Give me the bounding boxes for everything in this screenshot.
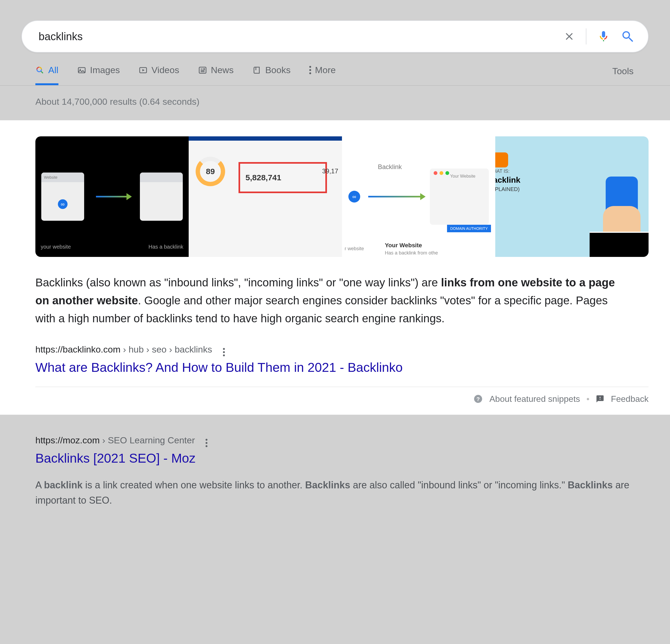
desc-part: A xyxy=(35,480,44,491)
separator xyxy=(586,28,586,44)
about-snippets-link[interactable]: About featured snippets xyxy=(490,394,580,404)
tab-books[interactable]: Books xyxy=(253,65,291,85)
search-icon[interactable] xyxy=(621,29,635,43)
search-input[interactable] xyxy=(38,30,563,43)
desc-bold: backlink xyxy=(44,480,82,491)
desc-bold: Backlinks xyxy=(305,480,350,491)
tab-label: More xyxy=(315,65,336,75)
news-icon xyxy=(198,66,207,75)
breadcrumb-domain: https://backlinko.com xyxy=(35,344,120,354)
thumb-badge: DOMAIN AUTHORITY xyxy=(447,225,491,232)
results-content: About 14,700,000 results (0.64 seconds) … xyxy=(0,96,638,508)
tab-label: Videos xyxy=(151,65,179,75)
featured-snippet: ∞ Website your website Has a backlink 89… xyxy=(0,120,670,415)
thumb-caption: Your Website xyxy=(385,242,422,249)
search-bar-container xyxy=(0,20,670,53)
featured-image-2[interactable]: 89 5,828,741 39,17 xyxy=(189,136,342,257)
organic-result-title[interactable]: Backlinks [2021 SEO] - Moz xyxy=(35,451,630,466)
tab-images[interactable]: Images xyxy=(77,65,120,85)
breadcrumb-domain: https://moz.com xyxy=(35,435,100,445)
featured-image-3[interactable]: ∞ Backlink Your Website DOMAIN AUTHORITY… xyxy=(342,136,495,257)
result-stats: About 14,700,000 results (0.64 seconds) xyxy=(35,96,638,107)
search-tabs: All Images Videos News Books xyxy=(0,53,670,86)
result-breadcrumb[interactable]: https://backlinko.com › hub › seo › back… xyxy=(35,344,212,355)
gauge-value: 89 xyxy=(196,157,225,186)
thumb-caption: Has a backlink xyxy=(148,244,183,250)
breadcrumb-path: › hub › seo › backlinks xyxy=(120,344,212,354)
thumb-label: Your Website xyxy=(450,174,475,179)
tab-videos[interactable]: Videos xyxy=(138,65,179,85)
thumb-label: Backlink xyxy=(378,163,402,170)
thumb-title: acklink xyxy=(495,176,521,184)
svg-rect-9 xyxy=(203,68,205,70)
books-icon xyxy=(253,66,262,75)
tab-all[interactable]: All xyxy=(35,65,58,85)
organic-result-description: A backlink is a link created when one we… xyxy=(35,477,630,508)
tab-label: All xyxy=(48,65,58,75)
search-bar-icons xyxy=(563,28,635,44)
featured-images: ∞ Website your website Has a backlink 89… xyxy=(35,136,648,257)
tab-more[interactable]: More xyxy=(309,65,336,85)
more-icon xyxy=(309,66,311,74)
thumb-label: r website xyxy=(345,246,364,251)
thumb-caption: Has a backlink from othe xyxy=(385,250,438,256)
help-icon[interactable]: ? xyxy=(473,394,483,404)
google-serp: All Images Videos News Books xyxy=(0,0,670,508)
desc-bold: Backlinks xyxy=(568,480,613,491)
desc-part: are also called "inbound links" or "inco… xyxy=(350,480,568,491)
tab-label: Images xyxy=(90,65,120,75)
metric-value: 5,828,741 xyxy=(245,173,325,182)
svg-text:?: ? xyxy=(477,396,480,402)
feedback-link[interactable]: Feedback xyxy=(611,394,648,404)
result-breadcrumb-row: https://backlinko.com › hub › seo › back… xyxy=(35,343,648,356)
organic-result: https://moz.com › SEO Learning Center Ba… xyxy=(35,415,630,508)
result-breadcrumb-row: https://moz.com › SEO Learning Center xyxy=(35,434,630,447)
separator: • xyxy=(586,394,589,404)
tab-label: Books xyxy=(265,65,291,75)
breadcrumb-path: › SEO Learning Center xyxy=(100,435,195,445)
tools-button[interactable]: Tools xyxy=(612,66,633,84)
featured-footer: ? About featured snippets • Feedback xyxy=(35,386,648,404)
tab-label: News xyxy=(211,65,234,75)
featured-result-title[interactable]: What are Backlinks? And How to Build The… xyxy=(35,360,648,375)
desc-part: is a link created when one website links… xyxy=(82,480,305,491)
thumb-label: (PLAINED) xyxy=(495,186,520,192)
images-icon xyxy=(77,66,86,75)
thumb-label: HAT IS: xyxy=(495,168,509,174)
featured-snippet-text: Backlinks (also known as "inbound links"… xyxy=(35,274,630,328)
search-bar xyxy=(22,20,648,53)
tab-news[interactable]: News xyxy=(198,65,234,85)
mic-icon[interactable] xyxy=(597,30,610,43)
svg-line-1 xyxy=(41,71,43,73)
result-breadcrumb[interactable]: https://moz.com › SEO Learning Center xyxy=(35,435,195,446)
videos-icon xyxy=(138,66,148,75)
search-tab-icon xyxy=(35,66,44,75)
thumb-caption: your website xyxy=(41,244,71,250)
feedback-icon xyxy=(596,395,604,403)
result-more-icon[interactable] xyxy=(205,434,207,447)
featured-image-4[interactable]: HAT IS: acklink (PLAINED) xyxy=(495,136,648,257)
snippet-text-part: Backlinks (also known as "inbound links"… xyxy=(35,276,441,289)
clear-icon[interactable] xyxy=(563,30,575,42)
featured-image-1[interactable]: ∞ Website your website Has a backlink xyxy=(35,136,189,257)
metric-value: 39,17 xyxy=(322,167,338,175)
result-more-icon[interactable] xyxy=(223,343,225,356)
thumb-label: Website xyxy=(44,175,57,179)
